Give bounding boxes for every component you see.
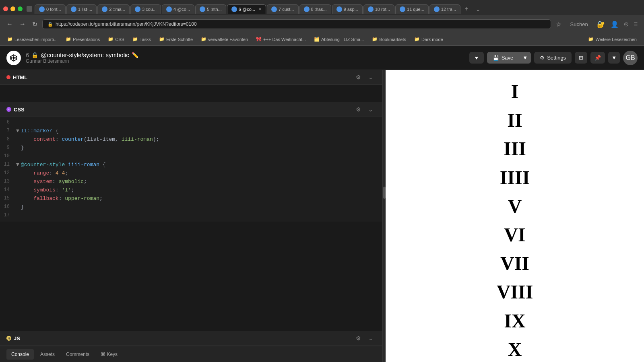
bookmark-star-icon[interactable]: ☆ xyxy=(554,19,563,30)
url-display: https://codepen.io/gunnarbittersmann/pen… xyxy=(56,21,197,27)
pin-button[interactable]: 📌 xyxy=(590,52,605,64)
sidebar-toggle[interactable] xyxy=(27,6,32,12)
tab-2-label: 1 list-... xyxy=(78,7,92,12)
save-button[interactable]: 💾 Save xyxy=(487,52,519,64)
line-toggle-7[interactable]: ▼ xyxy=(16,127,21,136)
tab-console[interactable]: Console xyxy=(6,349,34,360)
js-tab-actions: ⚙ ⌄ xyxy=(353,334,376,342)
tab-7[interactable]: 6 @co... ✕ xyxy=(227,4,266,14)
tab-9[interactable]: 8 :has... xyxy=(299,4,331,14)
code-line-12: 12 range: 4 4; xyxy=(0,169,382,178)
css-property-8: content xyxy=(33,136,56,142)
maximize-window-btn[interactable] xyxy=(18,6,23,11)
save-dropdown-button[interactable]: ▼ xyxy=(519,52,531,64)
js-tab[interactable]: JS JS ⚙ ⌄ xyxy=(0,331,382,346)
tab-comments[interactable]: Comments xyxy=(61,349,94,360)
reload-button[interactable]: ↻ xyxy=(31,19,39,30)
profile-icon[interactable]: 👤 xyxy=(609,19,620,30)
tab-5[interactable]: 4 @co... xyxy=(162,4,194,14)
css-settings-btn[interactable]: ⚙ xyxy=(353,105,363,113)
tab-7-label: 6 @co... xyxy=(239,7,255,12)
tab-6[interactable]: 5 :nth... xyxy=(195,4,226,14)
tab-11[interactable]: 10 rot... xyxy=(363,4,394,14)
line-toggle-15 xyxy=(16,195,21,203)
line-content-8: content: counter(list-item, iiii-roman); xyxy=(21,136,382,144)
minimize-window-btn[interactable] xyxy=(10,6,15,11)
search-bar[interactable]: Suchen xyxy=(566,20,593,29)
menu-icon[interactable]: ≡ xyxy=(632,19,639,29)
roman-numerals-list: I II III IIII V VI VII VIII IX X XI XII … xyxy=(394,78,636,362)
bookmark-weihnacht[interactable]: 🎀 +++ Das Weihnacht... xyxy=(254,36,308,43)
address-bar[interactable]: 🔒 https://codepen.io/gunnarbittersmann/p… xyxy=(42,19,551,29)
editor-scrollbar[interactable] xyxy=(382,70,386,362)
heart-button[interactable]: ♥ xyxy=(469,52,484,64)
line-num-8: 8 xyxy=(0,136,16,144)
js-collapse-btn[interactable]: ⌄ xyxy=(366,334,376,342)
user-avatar[interactable]: GB xyxy=(623,51,638,65)
html-settings-btn[interactable]: ⚙ xyxy=(353,73,363,81)
tab-overflow-button[interactable]: ⌄ xyxy=(472,4,484,14)
css-selector-7: li::marker xyxy=(21,128,52,134)
share-nav-icon[interactable]: ⎋ xyxy=(623,19,630,29)
tab-keys[interactable]: ⌘ Keys xyxy=(96,349,122,360)
html-tab[interactable]: HTML ⚙ ⌄ xyxy=(0,70,382,85)
tab-10[interactable]: 9 asp... xyxy=(332,4,363,14)
more-options-button[interactable]: ▼ xyxy=(608,52,620,64)
bookmark-import[interactable]: 📁 Lesezeichen importi... xyxy=(5,36,60,43)
svg-marker-1 xyxy=(12,57,15,59)
scrollbar-thumb[interactable] xyxy=(383,187,386,199)
tab-2[interactable]: 1 list-... xyxy=(66,4,97,14)
bookmark-erste-label: Erste Schritte xyxy=(166,37,193,42)
back-button[interactable]: ← xyxy=(5,19,14,29)
css-code-editor[interactable]: 6 7 ▼ li::marker { 8 xyxy=(0,117,382,222)
html-tab-actions: ⚙ ⌄ xyxy=(353,73,376,81)
bookmark-tasks[interactable]: 📁 Tasks xyxy=(130,36,153,43)
settings-gear-icon: ⚙ xyxy=(540,55,545,61)
bookmark-bookmarklets[interactable]: 📁 Bookmarklets xyxy=(369,36,409,43)
js-label: JS xyxy=(14,335,20,341)
tab-8[interactable]: 7 cust... xyxy=(267,4,299,14)
bookmark-darkmode-label: Dark mode xyxy=(421,37,443,42)
bookmark-abteilung[interactable]: 🗂️ Abteilung - LIZ Sma... xyxy=(312,36,366,43)
bookmark-css[interactable]: 📁 CSS xyxy=(105,36,127,43)
bookmark-darkmode[interactable]: 📁 Dark mode xyxy=(412,36,446,43)
grid-view-button[interactable]: ⊞ xyxy=(575,52,587,64)
line-num-7: 7 xyxy=(0,127,16,136)
css-collapse-btn[interactable]: ⌄ xyxy=(366,105,376,113)
tab-assets[interactable]: Assets xyxy=(35,349,60,360)
tab-13[interactable]: 12 tra... xyxy=(429,4,460,14)
tab-12[interactable]: 11 que... xyxy=(395,4,429,14)
tab-4[interactable]: 3 cou... xyxy=(130,4,161,14)
roman-10: X xyxy=(394,336,636,362)
tab-8-label: 7 cust... xyxy=(279,7,294,12)
line-toggle-8 xyxy=(16,136,21,144)
html-collapse-btn[interactable]: ⌄ xyxy=(366,73,376,81)
preview-panel: I II III IIII V VI VII VIII IX X XI XII … xyxy=(386,70,644,362)
bookmark-abteilung-label: Abteilung - LIZ Sma... xyxy=(321,37,364,42)
bookmark-weitere[interactable]: 📁 Weitere Lesezeichen xyxy=(586,36,639,43)
line-content-6 xyxy=(21,119,382,127)
code-line-7: 7 ▼ li::marker { xyxy=(0,127,382,136)
js-settings-btn[interactable]: ⚙ xyxy=(353,334,363,342)
js-tab-label: JS JS xyxy=(6,335,20,341)
tab-11-label: 10 rot... xyxy=(375,7,390,12)
settings-button[interactable]: ⚙ Settings xyxy=(534,52,572,64)
close-tab-icon[interactable]: ✕ xyxy=(258,7,262,11)
pen-edit-icon[interactable]: ✏️ xyxy=(132,52,138,58)
line-content-15: fallback: upper-roman; xyxy=(21,195,382,203)
new-tab-button[interactable]: + xyxy=(461,4,471,14)
close-window-btn[interactable] xyxy=(3,6,8,11)
line-toggle-11[interactable]: ▼ xyxy=(16,161,21,169)
tab-3[interactable]: 2 ::ma... xyxy=(97,4,130,14)
codepen-logo[interactable] xyxy=(6,51,21,65)
bookmark-erste[interactable]: 📁 Erste Schritte xyxy=(157,36,195,43)
tab-1[interactable]: 0 font... xyxy=(35,4,66,14)
main-content: HTML ⚙ ⌄ * CSS ⚙ ⌄ xyxy=(0,70,644,362)
line-content-17 xyxy=(21,212,382,220)
code-line-17: 17 xyxy=(0,212,382,220)
bookmark-presentations[interactable]: 📁 Presentations xyxy=(63,36,102,43)
css-tab[interactable]: * CSS ⚙ ⌄ xyxy=(0,102,382,117)
forward-button[interactable]: → xyxy=(18,19,27,29)
bookmark-verwaltete[interactable]: 📁 verwaltete Favoriten xyxy=(198,36,250,43)
extension-icon[interactable]: 🔐 xyxy=(595,19,607,30)
